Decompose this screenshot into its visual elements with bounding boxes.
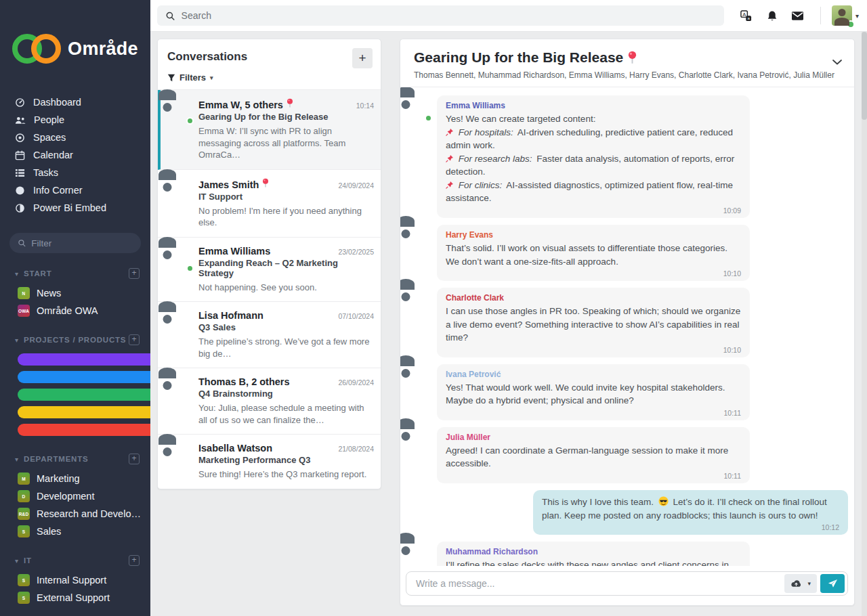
app-name: Område xyxy=(68,39,138,60)
conversation-time: 10:14 xyxy=(356,102,374,110)
section-label: DEPARTMENTS xyxy=(24,455,129,463)
translate-icon: Aa xyxy=(740,10,752,22)
channel-label: Development xyxy=(37,491,94,502)
collapse-caret-icon[interactable]: ▾ xyxy=(15,336,18,344)
filter-input[interactable] xyxy=(31,238,133,248)
add-channel-button[interactable]: + xyxy=(129,268,140,279)
sidebar-item-spaces[interactable]: Spaces xyxy=(0,129,150,146)
sidebar-item-info-corner[interactable]: Info Corner xyxy=(0,181,150,199)
sidebar-section-it: ▾ IT + S Internal Support S External Sup… xyxy=(0,555,150,607)
sidebar-item-dashboard[interactable]: Dashboard xyxy=(0,93,150,111)
conversation-subject: Q3 Sales xyxy=(198,322,374,332)
add-channel-button[interactable]: + xyxy=(129,334,140,345)
message-sender: Julia Müller xyxy=(446,433,741,442)
search-input[interactable] xyxy=(182,10,716,21)
conversation-item[interactable]: Thomas B, 2 others 26/09/2024 Q4 Brainst… xyxy=(158,368,381,435)
conversation-item[interactable]: Lisa Hofmann 07/10/2024 Q3 Sales The pip… xyxy=(158,302,381,368)
logo-ring-orange xyxy=(31,34,61,64)
conversation-subject: IT Support xyxy=(198,192,374,202)
divider xyxy=(820,7,821,24)
scrollbar[interactable] xyxy=(862,32,867,616)
sidebar-item-omrasync[interactable]: OmraSync xyxy=(0,368,150,386)
sidebar-item-omrascribe[interactable]: OmraScribe xyxy=(0,386,150,403)
collapse-caret-icon[interactable]: ▾ xyxy=(15,456,18,463)
conversation-name: Emma W, 5 others xyxy=(198,100,283,110)
conversations-title: Conversations xyxy=(167,48,352,64)
new-conversation-button[interactable]: + xyxy=(352,48,373,68)
mail-icon xyxy=(792,12,803,20)
message-input[interactable] xyxy=(416,578,784,589)
scrollbar-thumb[interactable] xyxy=(862,32,867,120)
sidebar-item-tasks[interactable]: Tasks xyxy=(0,164,150,181)
chevron-down-icon: ▾ xyxy=(807,580,811,587)
message-time: 10:12 xyxy=(542,523,839,531)
conversation-subject: Expanding Reach – Q2 Marketing Strategy xyxy=(198,258,374,278)
channel-label: Område OWA xyxy=(37,305,98,316)
bullet-label: For clinics: xyxy=(459,180,503,190)
conversation-item[interactable]: Emma W, 5 others 10:14 Gearing Up for th… xyxy=(158,90,381,170)
sidebar-item-development[interactable]: D Development xyxy=(0,487,150,505)
channel-label: News xyxy=(37,288,61,299)
upload-button[interactable]: ▾ xyxy=(784,574,817,593)
translate-button[interactable]: Aa xyxy=(735,4,758,27)
own-message: This is why I love this team. Let’s do i… xyxy=(406,490,848,535)
add-channel-button[interactable]: + xyxy=(129,555,140,566)
message: Emma Williams Yes! We can create targete… xyxy=(406,95,848,218)
collapse-chat-button[interactable] xyxy=(832,56,842,68)
sidebar-item-label: Info Corner xyxy=(33,185,83,196)
mail-button[interactable] xyxy=(786,4,809,27)
conversation-item[interactable]: Isabella Watson 21/08/2024 Marketing Per… xyxy=(158,435,381,489)
sidebar-item-omrard[interactable]: OmraR&D xyxy=(0,421,150,439)
dashboard-icon xyxy=(15,97,25,108)
message-time: 10:09 xyxy=(446,206,741,215)
topbar: Aa ▾ xyxy=(150,0,867,32)
sidebar-item-external-support[interactable]: S External Support xyxy=(0,589,150,607)
filters-toggle[interactable]: Filters ▾ xyxy=(158,72,381,90)
collapse-caret-icon[interactable]: ▾ xyxy=(15,270,18,278)
message-text: That’s solid. I’ll work on visual assets… xyxy=(446,242,741,268)
sidebar-item-omracare[interactable]: OmraCare xyxy=(0,403,150,421)
sidebar-item-label: Power Bi Embed xyxy=(33,202,106,213)
conversation-time: 23/02/2025 xyxy=(338,248,374,256)
add-channel-button[interactable]: + xyxy=(129,454,140,464)
main-nav: Dashboard People Spaces Calendar Tasks I… xyxy=(0,93,150,217)
rd-badge-icon: R&D xyxy=(18,508,30,520)
conversation-item[interactable]: Emma Williams 23/02/2025 Expanding Reach… xyxy=(158,238,381,303)
marketing-badge-icon: M xyxy=(18,472,30,485)
sidebar-item-calendar[interactable]: Calendar xyxy=(0,146,150,164)
message-bullet: For research labs: Faster data analysis,… xyxy=(446,152,741,179)
message-sender: Charlotte Clark xyxy=(446,293,741,303)
notifications-button[interactable] xyxy=(761,4,784,27)
chat-bubble-icon xyxy=(18,371,150,383)
sidebar-item-sales[interactable]: S Sales xyxy=(0,523,150,540)
pin-icon xyxy=(287,98,293,108)
search-icon xyxy=(165,11,175,21)
app-logo[interactable]: Område xyxy=(0,0,150,64)
sidebar-item-internal-support[interactable]: S Internal Support xyxy=(0,571,150,589)
collapse-caret-icon[interactable]: ▾ xyxy=(15,557,18,565)
conversation-preview: No problem! I'm here if you need anythin… xyxy=(198,205,374,229)
chat-title: Gearing Up for the Big Release xyxy=(414,49,623,66)
message: Charlotte Clark I can use those angles i… xyxy=(406,288,848,357)
sidebar-filter xyxy=(9,233,141,253)
conversation-item[interactable]: James Smith 24/09/2024 IT Support No pro… xyxy=(158,170,381,238)
user-menu[interactable]: ▾ xyxy=(832,5,859,26)
chat-header: Gearing Up for the Big Release Thomas Be… xyxy=(400,39,854,87)
conversation-preview: Emma W: I’ll sync with PR to align messa… xyxy=(198,125,374,161)
owa-badge-icon: OWA xyxy=(18,305,30,317)
chat-bubble-icon xyxy=(18,406,150,418)
send-button[interactable] xyxy=(820,574,845,593)
paper-plane-icon xyxy=(828,579,838,589)
sidebar-item-people[interactable]: People xyxy=(0,111,150,129)
sidebar-item-label: Tasks xyxy=(33,167,58,178)
sidebar-item-omrade-owa[interactable]: OWA Område OWA xyxy=(0,302,150,320)
message-sender: Emma Williams xyxy=(446,101,741,110)
sidebar-item-research[interactable]: R&D Research and Develo… xyxy=(0,505,150,523)
sidebar-item-news[interactable]: N News xyxy=(0,284,150,302)
sidebar-item-marketing[interactable]: M Marketing xyxy=(0,470,150,487)
sidebar-item-omralink[interactable]: OmraLink xyxy=(0,351,150,368)
bullet-label: For research labs: xyxy=(459,154,532,164)
sidebar-item-power-bi[interactable]: Power Bi Embed xyxy=(0,199,150,217)
chat-bubble-icon xyxy=(18,424,150,436)
logo-rings-icon xyxy=(12,34,61,64)
